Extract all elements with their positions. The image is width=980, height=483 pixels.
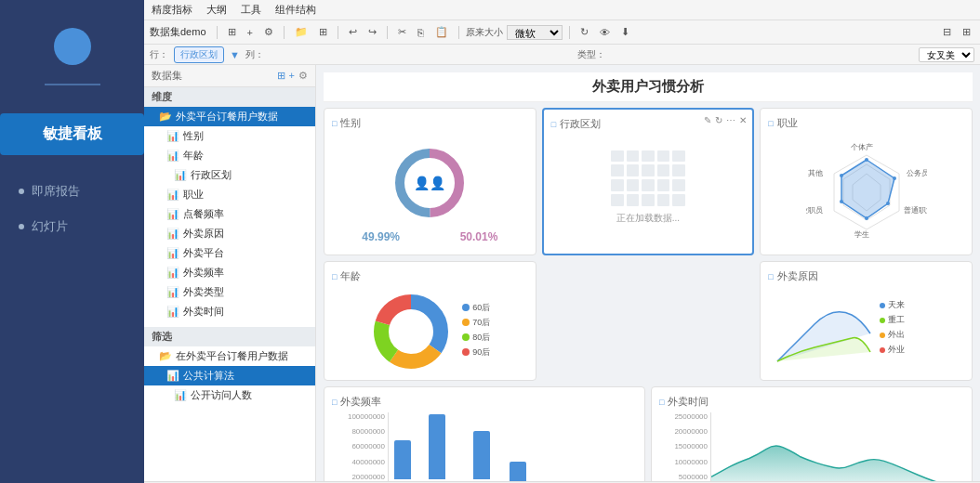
gender-chart-title: 性别 [332, 116, 528, 130]
toolbar-paste-btn[interactable]: 📋 [431, 24, 452, 40]
region-more-icon[interactable]: ⋯ [726, 115, 735, 125]
menu-bar: 精度指标 大纲 工具 组件结构 [144, 0, 980, 20]
toolbar-add-btn[interactable]: ⊞ [224, 24, 240, 40]
toolbar-download-btn[interactable]: ⬇ [617, 24, 633, 40]
reason-dot-1 [880, 303, 885, 308]
legend-dot-80 [462, 333, 470, 341]
toolbar-layout2-btn[interactable]: ⊞ [959, 24, 974, 40]
tree-action-settings[interactable]: ⚙ [298, 70, 308, 82]
reason-chart-body: 天来 重工 外出 外业 [768, 289, 964, 369]
bottom-charts-row: 外卖频率 100000000 80000000 60000000 4000000… [324, 386, 973, 481]
tree-item-order-freq[interactable]: 📊 点餐频率 [144, 204, 315, 224]
menu-item-tools[interactable]: 工具 [241, 3, 261, 17]
tree-item-gender[interactable]: 📊 性别 [144, 126, 315, 146]
tree-item-main-dataset[interactable]: 📂 外卖平台订餐用户数据 [144, 107, 315, 126]
toolbar-settings-btn[interactable]: ⚙ [260, 24, 277, 40]
loading-cell-1 [611, 150, 624, 163]
tree-footer-icon3: 📊 [174, 389, 187, 401]
gender-chart-body: 👤👤 49.99% 50.01% [332, 136, 528, 248]
toolbar-undo-btn[interactable]: ↩ [345, 24, 361, 40]
sidebar-item-slides[interactable]: 幻灯片 [0, 209, 144, 244]
sidebar-item-reports[interactable]: 即席报告 [0, 174, 144, 209]
female-label: 50.01% [460, 230, 498, 243]
sidebar-divider [45, 84, 100, 85]
toolbar-eye-btn[interactable]: 👁 [596, 25, 614, 40]
tree-item-type[interactable]: 📊 外卖类型 [144, 282, 315, 302]
tree-item-platform[interactable]: 📊 外卖平台 [144, 243, 315, 263]
toolbar-redo-btn[interactable]: ↪ [364, 24, 380, 40]
tree-item-occupation[interactable]: 📊 职业 [144, 185, 315, 204]
time-y-axis: 25000000 20000000 15000000 10000000 5000… [659, 412, 710, 481]
loading-cell-10 [672, 164, 685, 176]
toolbar-cut-btn[interactable]: ✂ [394, 24, 410, 40]
tree-item-time-label: 外卖时间 [183, 305, 224, 319]
tree-item-region[interactable]: 📊 行政区划 [144, 165, 315, 185]
legend-label-70: 70后 [472, 317, 490, 329]
tree-chart-icon-gender: 📊 [166, 130, 179, 142]
legend-60: 60后 [462, 302, 490, 314]
toolbar-sep2 [284, 26, 285, 39]
loading-text: 正在加载数据... [616, 212, 680, 225]
tree-item-freq[interactable]: 📊 外卖频率 [144, 263, 315, 282]
tree-footer-item1[interactable]: 📂 在外卖平台订餐用户数据 [144, 346, 315, 366]
filter-tag-region[interactable]: 行政区划 [174, 46, 224, 63]
sidebar-item-dashboard[interactable]: 敏捷看板 [0, 113, 144, 155]
tree-section-filter: 筛选 [144, 327, 315, 346]
tree-footer-item2[interactable]: 📊 公共计算法 [144, 366, 315, 385]
type-label: 类型： [577, 48, 605, 61]
menu-item-metrics[interactable]: 精度指标 [152, 3, 192, 17]
legend-dot-60 [462, 304, 470, 311]
region-edit-icon[interactable]: ✎ [704, 115, 711, 125]
donut-center-gender: 👤👤 [414, 176, 445, 190]
dashboard-panel: 外卖用户习惯分析 性别 [316, 65, 980, 481]
bar-item-1: 每周1-3次 [420, 414, 454, 481]
font-select[interactable]: 微软 [507, 25, 563, 40]
loading-cell-6 [611, 164, 624, 176]
tree-item-platform-label: 外卖平台 [183, 246, 224, 260]
toolbar-layout1-btn[interactable]: ⊟ [939, 24, 955, 40]
svg-point-15 [865, 216, 868, 220]
reason-legend-4: 外业 [880, 344, 905, 356]
region-close-icon[interactable]: ✕ [739, 115, 747, 125]
svg-text:学生: 学生 [854, 230, 869, 239]
toolbar-plus-btn[interactable]: + [244, 25, 257, 40]
bar-3 [510, 462, 526, 481]
tree-item-time[interactable]: 📊 外卖时间 [144, 302, 315, 321]
tree-footer-icon2: 📊 [166, 370, 179, 382]
tree-chart-icon-freq: 📊 [166, 267, 179, 279]
region-refresh-icon[interactable]: ↻ [715, 115, 722, 125]
chart-card-age: 年龄 [324, 261, 536, 381]
tree-chart-icon-time: 📊 [166, 306, 179, 318]
tree-item-occupation-label: 职业 [183, 188, 204, 202]
tree-chart-icon-platform: 📊 [166, 247, 179, 259]
toolbar-copy-btn[interactable]: ⎘ [414, 25, 428, 40]
menu-item-structure[interactable]: 组件结构 [275, 3, 316, 17]
loading-cell-19 [657, 194, 670, 206]
menu-item-outline[interactable]: 大纲 [206, 3, 227, 17]
time-chart-body: 25000000 20000000 15000000 10000000 5000… [659, 412, 964, 481]
freq-y-axis: 100000000 80000000 60000000 40000000 200… [332, 412, 388, 481]
tree-item-age[interactable]: 📊 年龄 [144, 146, 315, 165]
tree-item-gender-label: 性别 [183, 129, 204, 143]
filter-dropdown-icon[interactable]: ▼ [230, 49, 240, 60]
tree-item-dataset-label: 外卖平台订餐用户数据 [176, 110, 278, 124]
middle-chart-grid: 年龄 [324, 261, 973, 381]
toolbar-refresh-btn[interactable]: ↻ [576, 24, 592, 40]
radar-svg: 个体产 公务员 普通职业者 学生 企业职员 其他 [806, 137, 927, 248]
legend-label-60: 60后 [472, 302, 490, 314]
tree-action-plus[interactable]: + [289, 70, 295, 82]
occupation-chart-title: 职业 [768, 116, 964, 130]
tree-action-add[interactable]: ⊞ [277, 70, 285, 82]
sidebar-item-slides-label: 幻灯片 [32, 218, 68, 235]
toolbar-grid-btn[interactable]: ⊞ [315, 24, 331, 40]
toolbar-folder-btn[interactable]: 📁 [291, 24, 311, 40]
loading-grid [611, 150, 685, 206]
chart-card-region: 行政区划 ✎ ↻ ⋯ ✕ [542, 108, 755, 255]
dashboard-title: 外卖用户习惯分析 [324, 72, 973, 102]
tree-chart-icon-reason: 📊 [166, 228, 179, 240]
tree-footer-item3[interactable]: 📊 公开访问人数 [144, 385, 315, 405]
reason-dot-2 [880, 318, 885, 323]
tree-item-reason[interactable]: 📊 外卖原因 [144, 224, 315, 243]
type-select[interactable]: 女叉美 [919, 47, 974, 62]
loading-cell-4 [657, 150, 670, 163]
